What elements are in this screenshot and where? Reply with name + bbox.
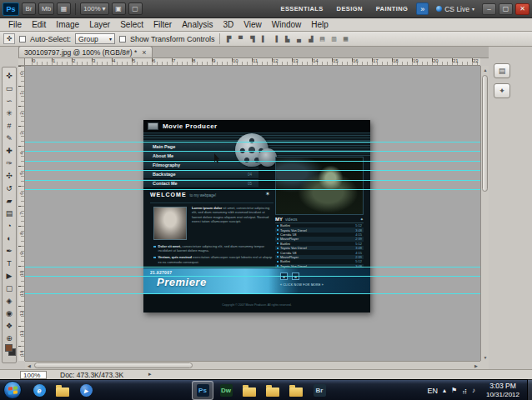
align-icon-8[interactable]: ▟ xyxy=(306,34,316,44)
launch-mini-bridge-button[interactable]: Mb xyxy=(38,2,54,15)
close-button[interactable]: ✕ xyxy=(515,3,529,15)
path-selection-tool[interactable]: ▶ xyxy=(3,269,15,282)
guide-line[interactable] xyxy=(25,180,480,181)
menu-view[interactable]: View xyxy=(238,20,267,29)
vertical-scrollbar[interactable]: ▲ ▼ xyxy=(480,66,489,361)
horizontal-ruler[interactable]: 012345678910111213141516171819202122 xyxy=(25,58,480,66)
canvas-viewport[interactable]: Movie Producer Main Page01About Me02Film… xyxy=(25,66,480,361)
start-button[interactable] xyxy=(3,381,22,399)
guide-line[interactable] xyxy=(25,276,480,277)
minimize-button[interactable]: – xyxy=(482,3,496,15)
guide-line[interactable] xyxy=(25,161,480,162)
media-player-taskbar-button[interactable]: ▸ xyxy=(75,381,97,400)
hand-tool[interactable]: ❖ xyxy=(3,319,15,332)
show-desktop-button[interactable] xyxy=(527,379,532,400)
horizontal-scrollbar[interactable]: ◀ ▶ xyxy=(25,361,480,369)
guide-line[interactable] xyxy=(25,189,480,190)
guide-line[interactable] xyxy=(25,142,480,142)
guide-line[interactable] xyxy=(25,151,480,152)
windows-explorer-taskbar-button[interactable] xyxy=(52,381,73,400)
maximize-button[interactable]: ▢ xyxy=(499,3,513,15)
menu-window[interactable]: Window xyxy=(267,20,307,29)
history-brush-tool[interactable]: ↺ xyxy=(3,182,15,194)
scroll-down-arrow[interactable]: ▼ xyxy=(481,353,489,361)
resize-grip[interactable] xyxy=(480,361,489,369)
horizontal-type-tool[interactable]: T xyxy=(3,257,15,269)
video-row[interactable]: Battlini5:12 xyxy=(275,259,364,263)
workspace-essentials[interactable]: ESSENTIALS xyxy=(274,2,329,15)
vertical-scroll-thumb[interactable] xyxy=(482,75,488,192)
video-row[interactable]: MoviePlayer2:39 xyxy=(275,255,364,259)
brush-tool[interactable]: ✑ xyxy=(3,157,15,169)
align-icon-9[interactable]: ▤ xyxy=(318,34,328,44)
menu-3d[interactable]: 3D xyxy=(218,20,238,29)
status-expand-arrow[interactable]: ▸ xyxy=(148,371,152,378)
folder-taskbar-button-2[interactable] xyxy=(262,381,284,400)
align-icon-7[interactable]: ▄ xyxy=(294,34,304,44)
video-row[interactable]: Corrida '084:15 xyxy=(275,232,364,237)
menu-image[interactable]: Image xyxy=(51,20,84,29)
workspace-design[interactable]: DESIGN xyxy=(331,2,369,15)
align-icon-6[interactable]: ▙ xyxy=(283,34,293,44)
taskbar-clock[interactable]: 3:03 PM 10/31/2012 xyxy=(480,382,525,398)
pen-tool[interactable]: ✒ xyxy=(3,244,15,257)
crop-tool[interactable]: # xyxy=(3,119,15,132)
menu-layer[interactable]: Layer xyxy=(84,20,115,29)
menu-edit[interactable]: Edit xyxy=(27,20,51,29)
video-row[interactable]: Battlini5:12 xyxy=(275,223,364,228)
network-icon[interactable]: ⣴ xyxy=(462,387,467,394)
guide-line[interactable] xyxy=(25,267,480,268)
video-row[interactable]: Battlini5:12 xyxy=(275,242,364,246)
menu-help[interactable]: Help xyxy=(306,20,334,29)
guide-line[interactable] xyxy=(25,293,480,294)
blur-tool[interactable]: ◔ xyxy=(3,219,15,232)
menu-filter[interactable]: Filter xyxy=(148,20,177,29)
volume-icon[interactable]: ♪ xyxy=(472,387,475,394)
align-icon-11[interactable]: ▦ xyxy=(341,34,351,44)
workspace-overflow-button[interactable]: » xyxy=(416,2,429,15)
align-icon-4[interactable]: ▌ xyxy=(259,34,269,44)
workspace-painting[interactable]: PAINTING xyxy=(370,2,414,15)
gradient-tool[interactable]: ▤ xyxy=(3,207,15,219)
launch-bridge-button[interactable]: Br xyxy=(22,2,36,15)
spot-healing-brush-tool[interactable]: ✚ xyxy=(3,144,15,157)
align-icon-2[interactable]: ▀ xyxy=(236,34,246,44)
rectangular-marquee-tool[interactable]: ▭ xyxy=(3,82,15,94)
clone-stamp-tool[interactable]: ✣ xyxy=(3,169,15,182)
zoom-level-dropdown[interactable]: 100% ▾ xyxy=(80,2,108,15)
zoom-tool[interactable]: ⊕ xyxy=(3,332,15,344)
arrange-documents-button[interactable]: ▣ xyxy=(112,2,126,15)
dodge-tool[interactable]: ◐ xyxy=(3,232,15,244)
folder-taskbar-button-3[interactable] xyxy=(285,381,307,400)
show-hidden-icons[interactable]: ▴ xyxy=(443,387,446,394)
align-icon-3[interactable]: ▜ xyxy=(248,34,258,44)
dreamweaver-taskbar-button[interactable]: Dw xyxy=(215,381,237,400)
cs-live-button[interactable]: CS Live ▾ xyxy=(431,5,479,13)
3d-object-rotate-tool[interactable]: ◈ xyxy=(3,294,15,307)
scroll-up-arrow[interactable]: ▲ xyxy=(481,66,489,73)
video-row[interactable]: MoviePlayer2:39 xyxy=(275,237,364,241)
vertical-ruler[interactable]: 01234567891011121314 xyxy=(18,66,25,361)
nav-item-backstage[interactable]: Backstage04 xyxy=(143,170,258,179)
align-icon-1[interactable]: ▛ xyxy=(224,34,234,44)
align-icon-5[interactable]: ▐ xyxy=(271,34,281,44)
collapsed-panel-button-1[interactable]: ▤ xyxy=(494,63,510,78)
move-tool[interactable]: ✜ xyxy=(3,69,15,82)
auto-select-checkbox[interactable] xyxy=(19,36,26,42)
menu-analysis[interactable]: Analysis xyxy=(177,20,218,29)
auto-select-mode-dropdown[interactable]: Group ▾ xyxy=(75,33,115,44)
eraser-tool[interactable]: ▰ xyxy=(3,194,15,207)
screen-mode-button[interactable]: ▢ xyxy=(128,2,143,15)
rectangle-tool[interactable]: ▢ xyxy=(3,282,15,294)
eyedropper-tool[interactable]: ✎ xyxy=(3,132,15,144)
menu-file[interactable]: File xyxy=(3,20,27,29)
align-icon-10[interactable]: ▥ xyxy=(329,34,339,44)
photoshop-taskbar-button[interactable]: Ps xyxy=(192,381,213,400)
bridge-taskbar-button[interactable]: Br xyxy=(309,381,330,400)
action-center-icon[interactable]: ⚑ xyxy=(451,387,457,394)
collapsed-panel-button-2[interactable]: ✦ xyxy=(494,83,510,98)
guide-line[interactable] xyxy=(25,170,480,171)
internet-explorer-taskbar-button[interactable]: e xyxy=(28,381,50,400)
language-indicator[interactable]: EN xyxy=(427,387,438,395)
lasso-tool[interactable]: ∽ xyxy=(3,94,15,107)
